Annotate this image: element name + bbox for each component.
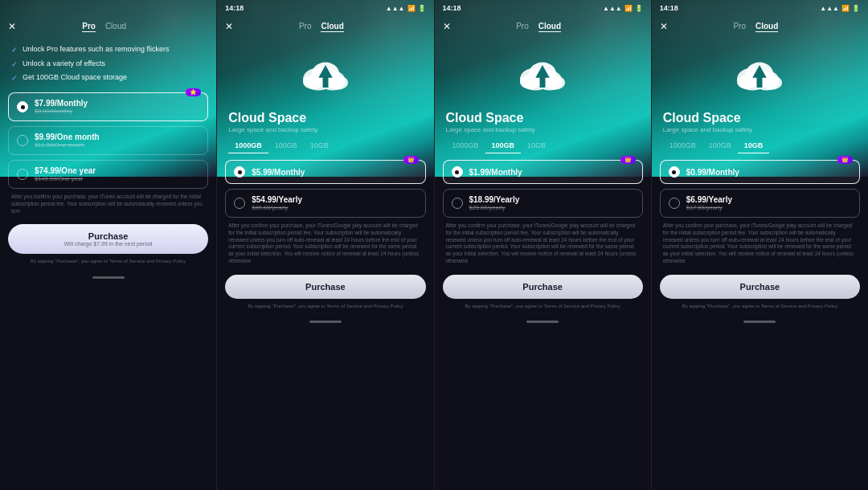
nav-bar: ✕ ProCloud [217, 16, 433, 37]
status-time: 14:18 [225, 4, 244, 12]
price-option-0[interactable]: ⭐ $7.99/Monthly$9.99/Monthly [8, 92, 208, 121]
terms-text: By tapping "Purchase", you agree to Term… [435, 301, 651, 314]
nav-tab-cloud[interactable]: Cloud [538, 22, 561, 32]
status-bar: 14:18 ▲▲▲ 📶 🔋 [652, 0, 868, 16]
feature-text-1: Unlock a variety of effects [23, 59, 105, 69]
home-indicator [652, 314, 868, 325]
nav-tabs: ProCloud [733, 22, 778, 32]
status-bar: 14:18 ▲▲▲ 📶 🔋 [435, 0, 651, 16]
price-option-1[interactable]: $54.99/Yearly$89.88/yearly [225, 189, 425, 218]
radio-0[interactable] [234, 166, 245, 178]
price-old-1: $11.99/One month [35, 141, 199, 149]
feature-text-0: Unlock Pro features such as removing fli… [23, 45, 170, 55]
nav-tab-cloud[interactable]: Cloud [321, 22, 343, 32]
nav-tab-cloud[interactable]: Cloud [105, 22, 126, 32]
purchase-button[interactable]: PurchaseWill charge $7.99 in the next pe… [8, 224, 208, 254]
phone-panel-2: 14:18 ▲▲▲ 📶 🔋 ✕ ProCloud Cloud Space Lar… [435, 0, 652, 490]
description-text: After you confirm your purchase, your iT… [435, 218, 651, 270]
purchase-button[interactable]: Purchase [225, 275, 425, 299]
close-button[interactable]: ✕ [225, 21, 233, 32]
price-option-1[interactable]: $6.99/Yearly$17.88/yearly [660, 189, 860, 218]
close-button[interactable]: ✕ [8, 21, 16, 32]
purchase-button[interactable]: Purchase [660, 275, 860, 299]
price-option-0[interactable]: 👑 $0.99/Monthly [660, 160, 860, 184]
nav-tab-pro[interactable]: Pro [516, 22, 529, 32]
close-button[interactable]: ✕ [660, 21, 668, 32]
price-options: 👑 $0.99/Monthly $6.99/Yearly$17.88/yearl… [652, 160, 868, 218]
nav-tab-cloud[interactable]: Cloud [755, 22, 778, 32]
nav-bar: ✕ ProCloud [0, 16, 216, 37]
battery-icon: 🔋 [852, 5, 860, 12]
storage-tab-10gb[interactable]: 10GB [521, 138, 552, 153]
price-option-2[interactable]: $74.99/One year$149.99/One year [8, 160, 208, 189]
storage-tab-1000gb[interactable]: 1000GB [446, 138, 485, 153]
crown-icon: 👑 [624, 157, 632, 163]
check-icon-0: ✓ [11, 46, 18, 54]
price-info-1: $6.99/Yearly$17.88/yearly [686, 195, 851, 211]
terms-text: By tapping "Purchase", you agree to Term… [217, 301, 433, 314]
price-main-0: $1.99/Monthly [469, 168, 634, 177]
price-info-1: $9.99/One month$11.99/One month [35, 133, 199, 149]
storage-tab-10gb[interactable]: 10GB [304, 138, 335, 153]
radio-0[interactable] [669, 166, 680, 178]
cloud-icon [731, 51, 788, 96]
price-info-0: $0.99/Monthly [686, 168, 851, 177]
cloud-title: Cloud Space [217, 111, 433, 125]
cloud-area [217, 37, 433, 109]
radio-0[interactable] [452, 166, 463, 178]
price-main-2: $74.99/One year [35, 166, 199, 175]
cloud-area [435, 37, 651, 109]
nav-tab-pro[interactable]: Pro [733, 22, 746, 32]
cloud-area [652, 37, 868, 109]
price-option-0[interactable]: 👑 $1.99/Monthly [443, 160, 643, 184]
price-old-2: $149.99/One year [35, 175, 199, 182]
status-time: 14:18 [443, 4, 461, 12]
radio-0[interactable] [17, 101, 28, 112]
home-indicator [0, 270, 216, 281]
nav-tab-pro[interactable]: Pro [82, 22, 96, 32]
price-option-0[interactable]: 👑 $5.99/Monthly [225, 160, 425, 184]
cloud-subtitle: Large space and backup safety [652, 125, 868, 138]
badge: 👑 [837, 156, 853, 164]
home-bar [526, 321, 559, 323]
price-option-1[interactable]: $18.99/Yearly$29.88/yearly [443, 189, 643, 218]
radio-1[interactable] [452, 198, 463, 209]
storage-tab-1000gb[interactable]: 1000GB [663, 138, 702, 153]
purchase-label: Purchase [450, 282, 636, 292]
price-option-1[interactable]: $9.99/One month$11.99/One month [8, 126, 208, 155]
radio-1[interactable] [669, 198, 680, 209]
purchase-button[interactable]: Purchase [443, 275, 643, 299]
storage-tab-100gb[interactable]: 100GB [485, 138, 522, 153]
status-icons: ▲▲▲ 📶 🔋 [386, 5, 426, 12]
radio-1[interactable] [17, 135, 28, 146]
pro-features: ✓ Unlock Pro features such as removing f… [0, 37, 216, 92]
purchase-label: Purchase [15, 231, 201, 241]
nav-tab-pro[interactable]: Pro [299, 22, 312, 32]
storage-tab-10gb[interactable]: 10GB [738, 138, 770, 153]
home-bar [309, 321, 342, 323]
feature-item-1: ✓ Unlock a variety of effects [11, 59, 205, 69]
wifi-icon: 📶 [624, 5, 633, 12]
badge: 👑 [620, 156, 636, 164]
price-main-0: $5.99/Monthly [252, 168, 416, 177]
status-bar [0, 0, 216, 16]
wifi-icon: 📶 [407, 5, 416, 12]
nav-bar: ✕ ProCloud [652, 16, 868, 37]
terms-text: By tapping "Purchase", you agree to Term… [0, 256, 216, 269]
feature-item-0: ✓ Unlock Pro features such as removing f… [11, 45, 205, 55]
close-button[interactable]: ✕ [443, 21, 451, 32]
phone-panel-0: ✕ ProCloud ✓ Unlock Pro features such as… [0, 0, 217, 490]
check-icon-2: ✓ [11, 74, 18, 82]
storage-tab-100gb[interactable]: 100GB [268, 138, 304, 153]
nav-tabs: ProCloud [82, 22, 126, 32]
price-options: 👑 $1.99/Monthly $18.99/Yearly$29.88/year… [435, 160, 651, 218]
radio-1[interactable] [234, 198, 245, 209]
storage-tab-100gb[interactable]: 100GB [702, 138, 738, 153]
crown-icon: 👑 [841, 157, 849, 163]
cloud-icon [514, 51, 571, 96]
storage-tab-1000gb[interactable]: 1000GB [228, 138, 268, 153]
radio-2[interactable] [17, 169, 28, 180]
home-bar [92, 276, 125, 279]
star-icon: ⭐ [190, 89, 197, 96]
home-bar [743, 321, 776, 323]
